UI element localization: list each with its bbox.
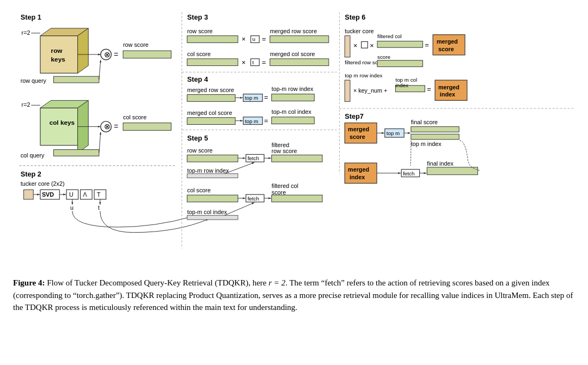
svg-rect-31	[53, 150, 99, 156]
svg-text:Step 5: Step 5	[187, 134, 208, 142]
svg-text:merged col score: merged col score	[270, 51, 315, 57]
svg-text:row query: row query	[21, 77, 47, 84]
svg-text:top-m row index: top-m row index	[187, 167, 229, 174]
svg-text:index: index	[350, 174, 365, 180]
caption-text1: Flow of Tucker Decomposed Query-Key Retr…	[45, 278, 268, 287]
svg-rect-73	[187, 95, 235, 102]
svg-text:t: t	[98, 204, 100, 211]
svg-text:=: =	[114, 123, 118, 131]
svg-rect-161	[427, 167, 477, 175]
svg-line-101	[224, 162, 254, 174]
svg-text:u: u	[70, 204, 74, 211]
svg-text:col query: col query	[21, 152, 45, 159]
svg-text:×: ×	[242, 58, 246, 66]
svg-text:merged row score: merged row score	[270, 28, 317, 34]
svg-text:keys: keys	[51, 56, 66, 63]
svg-text:col score: col score	[187, 51, 211, 57]
svg-rect-100	[187, 174, 238, 178]
svg-rect-112	[187, 215, 238, 220]
svg-line-17	[99, 60, 101, 80]
svg-text:T: T	[97, 191, 101, 198]
svg-text:top-m col index: top-m col index	[272, 108, 312, 115]
svg-text:score: score	[350, 133, 365, 140]
svg-text:merged: merged	[437, 38, 458, 45]
svg-rect-78	[272, 94, 314, 101]
svg-rect-128	[377, 60, 422, 67]
svg-text:row score: row score	[272, 148, 297, 154]
svg-text:=: =	[264, 117, 268, 125]
svg-rect-130	[345, 80, 350, 101]
diagram-svg: Step 1 r=2 row keys ⊗ = row score row qu…	[11, 5, 577, 272]
svg-text:Λ: Λ	[83, 191, 87, 198]
svg-text:×: ×	[242, 35, 246, 43]
svg-rect-150	[411, 126, 459, 132]
svg-text:=: =	[262, 35, 266, 43]
svg-rect-16	[53, 76, 99, 83]
svg-text:× key_num +: × key_num +	[353, 87, 387, 94]
svg-text:top m index: top m index	[411, 141, 442, 147]
svg-text:col score: col score	[187, 187, 211, 193]
svg-rect-121	[377, 41, 422, 47]
svg-text:=: =	[264, 93, 268, 101]
svg-text:score: score	[272, 189, 286, 196]
svg-rect-55	[187, 36, 238, 43]
svg-line-32	[99, 132, 101, 153]
svg-rect-110	[272, 195, 322, 202]
svg-text:filtered: filtered	[272, 142, 289, 148]
svg-text:row score: row score	[187, 147, 213, 154]
svg-text:final score: final score	[411, 119, 438, 126]
svg-text:Step 2: Step 2	[21, 170, 41, 178]
svg-rect-61	[270, 36, 329, 43]
svg-text:=: =	[425, 41, 428, 49]
svg-marker-7	[78, 28, 89, 73]
svg-text:r=2: r=2	[22, 29, 30, 36]
svg-rect-37	[24, 190, 34, 199]
caption-math: r = 2	[268, 278, 285, 287]
svg-text:⊗: ⊗	[104, 51, 111, 59]
svg-text:top m: top m	[245, 118, 259, 124]
svg-text:Step 4: Step 4	[187, 75, 209, 83]
svg-rect-86	[272, 117, 314, 124]
diagram-area: Step 1 r=2 row keys ⊗ = row score row qu…	[11, 5, 577, 272]
svg-text:row score: row score	[187, 28, 213, 34]
svg-text:×: ×	[353, 41, 357, 50]
svg-text:filtered col: filtered col	[377, 33, 402, 39]
svg-rect-28	[123, 123, 171, 131]
svg-rect-69	[270, 59, 329, 66]
svg-rect-117	[345, 36, 350, 57]
svg-text:tucker core: tucker core	[345, 28, 373, 34]
svg-text:fetch: fetch	[248, 196, 259, 202]
svg-text:Step 1: Step 1	[21, 13, 41, 21]
svg-text:score: score	[377, 54, 391, 60]
svg-text:final index: final index	[427, 160, 454, 167]
svg-rect-13	[123, 51, 171, 58]
svg-rect-21	[40, 108, 78, 145]
svg-rect-91	[187, 155, 238, 162]
svg-text:top m: top m	[387, 130, 400, 136]
svg-text:Step 3: Step 3	[187, 13, 208, 21]
svg-text:t: t	[252, 59, 254, 65]
figure-label: Figure 4:	[13, 278, 45, 287]
svg-text:top m: top m	[245, 95, 259, 101]
svg-rect-63	[187, 59, 238, 66]
svg-text:top m row index: top m row index	[345, 72, 382, 78]
svg-text:=: =	[427, 85, 431, 93]
svg-text:r=2: r=2	[22, 101, 30, 108]
svg-text:top-m col index: top-m col index	[187, 209, 228, 215]
svg-text:u: u	[252, 36, 255, 42]
svg-text:fetch: fetch	[248, 155, 259, 161]
svg-text:score: score	[438, 46, 454, 52]
svg-text:filtered col: filtered col	[272, 182, 298, 189]
svg-text:merged: merged	[348, 126, 369, 132]
svg-rect-151	[411, 134, 459, 139]
svg-rect-81	[187, 118, 235, 125]
svg-text:U: U	[69, 191, 74, 198]
svg-text:tucker core (2x2): tucker core (2x2)	[21, 180, 65, 187]
svg-rect-119	[362, 41, 368, 48]
svg-text:row score: row score	[123, 41, 149, 48]
svg-text:⊗: ⊗	[104, 123, 111, 131]
svg-text:merged: merged	[438, 84, 460, 90]
svg-rect-5	[40, 36, 78, 74]
svg-text:SVD: SVD	[42, 191, 54, 198]
svg-text:row: row	[51, 47, 63, 54]
